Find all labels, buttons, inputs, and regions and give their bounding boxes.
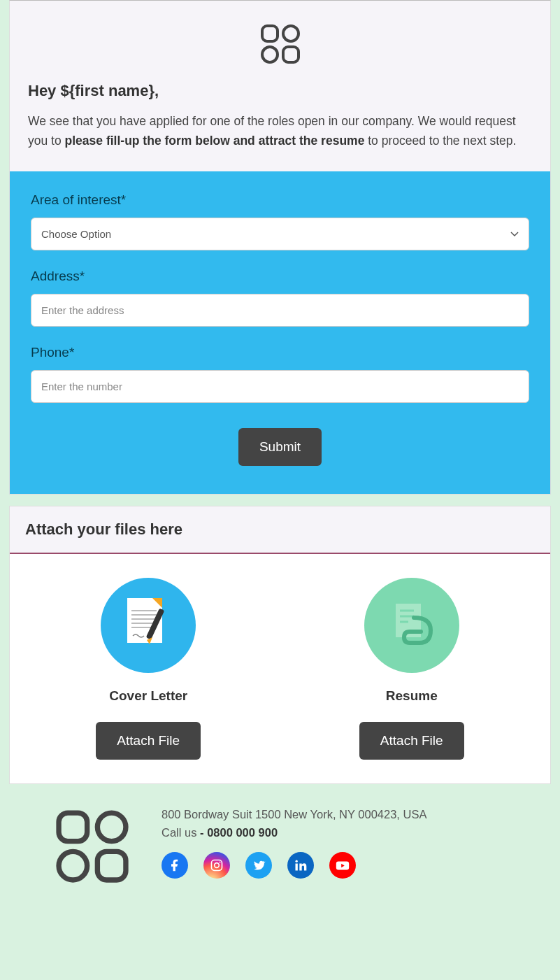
svg-rect-18	[97, 813, 126, 841]
instagram-icon[interactable]	[203, 852, 230, 879]
footer-call: Call us - 0800 000 900	[161, 823, 426, 841]
logo-icon	[258, 22, 303, 66]
attach-heading: Attach your files here	[25, 520, 535, 539]
intro-bold: please fill-up the form below and attrac…	[65, 134, 365, 148]
svg-point-22	[215, 862, 220, 867]
footer-logo-icon	[51, 805, 134, 888]
cover-letter-icon	[101, 578, 196, 673]
footer-logo	[51, 805, 134, 890]
call-label: Call us	[161, 826, 200, 839]
svg-point-25	[296, 860, 298, 862]
greeting-heading: Hey ${first name},	[28, 82, 532, 100]
linkedin-icon[interactable]	[287, 852, 314, 879]
youtube-icon[interactable]	[329, 852, 356, 879]
facebook-icon[interactable]	[161, 852, 188, 879]
svg-rect-2	[262, 47, 278, 62]
phone-number: 0800 000 900	[207, 826, 278, 839]
footer-address: 800 Bordway Suit 1500 New York, NY 00042…	[161, 805, 426, 823]
svg-rect-20	[97, 851, 126, 880]
brand-logo	[28, 15, 532, 82]
phone-input[interactable]	[31, 370, 529, 403]
cover-letter-label: Cover Letter	[17, 688, 280, 704]
area-select[interactable]: Choose Option	[31, 218, 529, 250]
svg-rect-19	[59, 851, 87, 880]
phone-label: Phone*	[31, 345, 529, 360]
resume-icon	[364, 578, 459, 673]
address-input[interactable]	[31, 294, 529, 327]
svg-rect-3	[283, 47, 299, 62]
twitter-icon[interactable]	[245, 852, 272, 879]
footer: 800 Bordway Suit 1500 New York, NY 00042…	[9, 784, 551, 911]
resume-column: Resume Attach File	[280, 578, 544, 760]
submit-button[interactable]: Submit	[238, 428, 322, 466]
cover-letter-column: Cover Letter Attach File	[17, 578, 280, 760]
attach-cover-button[interactable]: Attach File	[96, 722, 201, 760]
svg-rect-24	[296, 863, 298, 870]
address-label: Address*	[31, 269, 529, 284]
attach-resume-button[interactable]: Attach File	[359, 722, 464, 760]
svg-point-23	[220, 861, 221, 862]
svg-rect-1	[283, 26, 299, 41]
intro-text: We see that you have applied for one of …	[28, 111, 532, 150]
resume-label: Resume	[280, 688, 544, 704]
intro-post: to proceed to the next step.	[364, 134, 516, 148]
svg-rect-0	[262, 26, 278, 41]
area-label: Area of interest*	[31, 192, 529, 208]
application-form: Area of interest* Choose Option Address*…	[10, 171, 550, 494]
phone-prefix: -	[200, 826, 207, 839]
svg-rect-17	[59, 813, 87, 841]
